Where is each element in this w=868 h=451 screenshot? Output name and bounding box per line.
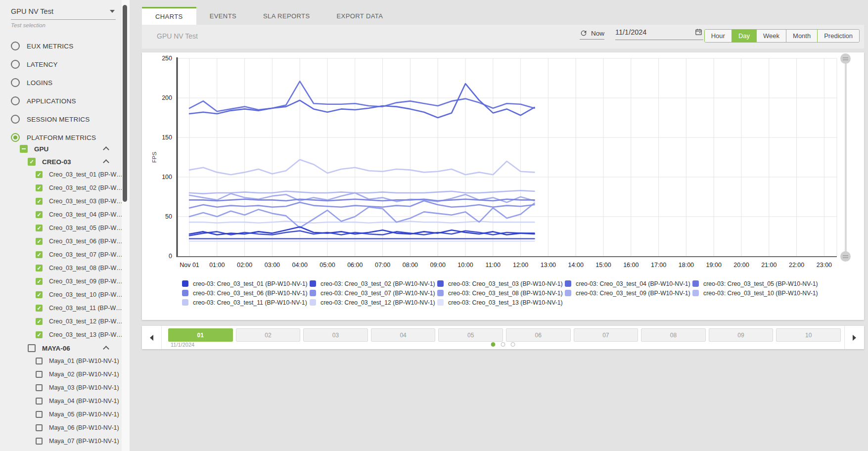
tree-node-creo-03[interactable]: ✓ CREO-03 (0, 157, 123, 167)
legend-item[interactable]: creo-03: Creo_03_test_10 (BP-W10-NV-1) (692, 290, 820, 297)
legend-item[interactable]: creo-03: Creo_03_test_09 (BP-W10-NV-1) (565, 290, 692, 297)
radio-icon[interactable] (11, 115, 20, 124)
checked-checkbox-icon[interactable]: ✓ (36, 184, 43, 191)
unchecked-checkbox-icon[interactable] (36, 424, 43, 431)
tree-item-maya-07[interactable]: Maya_07 (BP-W10-NV-1) (0, 436, 123, 446)
chevron-up-icon[interactable] (103, 346, 109, 352)
legend-item[interactable]: creo-03: Creo_03_test_04 (BP-W10-NV-1) (565, 280, 692, 287)
unchecked-checkbox-icon[interactable] (36, 384, 43, 391)
checked-checkbox-icon[interactable]: ✓ (36, 171, 43, 178)
pager-tile-08[interactable]: 08 (641, 328, 706, 342)
tree-item-creo-03-test-03[interactable]: ✓Creo_03_test_03 (BP-W10-NV-1) (0, 196, 123, 206)
unchecked-checkbox-icon[interactable] (36, 371, 43, 378)
pager-tile-05[interactable]: 05 (438, 328, 503, 342)
checked-checkbox-icon[interactable]: ✓ (36, 278, 43, 285)
checked-checkbox-icon[interactable]: ✓ (36, 305, 43, 312)
radio-icon[interactable] (11, 42, 20, 50)
legend-item[interactable]: creo-03: Creo_03_test_12 (BP-W10-NV-1) (310, 299, 437, 306)
radio-icon[interactable] (11, 78, 20, 87)
legend-item[interactable]: creo-03: Creo_03_test_03 (BP-W10-NV-1) (437, 280, 565, 287)
pager-tile-01[interactable]: 01 (168, 328, 233, 342)
radio-icon[interactable] (11, 96, 20, 105)
tree-item-creo-03-test-07[interactable]: ✓Creo_03_test_07 (BP-W10-NV-1) (0, 250, 123, 260)
legend-item[interactable]: creo-03: Creo_03_test_08 (BP-W10-NV-1) (437, 290, 565, 297)
tree-item-maya-05[interactable]: Maya_05 (BP-W10-NV-1) (0, 409, 123, 419)
legend-item[interactable]: creo-03: Creo_03_test_05 (BP-W10-NV-1) (692, 280, 820, 287)
pager-tile-04[interactable]: 04 (371, 328, 436, 342)
tree-item-creo-03-test-09[interactable]: ✓Creo_03_test_09 (BP-W10-NV-1) (0, 276, 123, 286)
date-picker[interactable]: 11/1/2024 (615, 28, 703, 40)
pager-tile-09[interactable]: 09 (709, 328, 774, 342)
tree-item-creo-03-test-04[interactable]: ✓Creo_03_test_04 (BP-W10-NV-1) (0, 210, 123, 220)
unchecked-checkbox-icon[interactable] (36, 398, 43, 405)
tab-export-data[interactable]: EXPORT DATA (323, 7, 397, 25)
checked-checkbox-icon[interactable]: ✓ (36, 238, 43, 245)
tab-charts[interactable]: CHARTS (142, 7, 196, 25)
test-selector[interactable]: GPU NV Test Test selection (11, 7, 116, 28)
indeterminate-checkbox-icon[interactable] (20, 145, 28, 153)
metric-group-applications[interactable]: APPLICATIONS (11, 96, 115, 106)
pager-tile-06[interactable]: 06 (506, 328, 571, 342)
unchecked-checkbox-icon[interactable] (36, 411, 43, 418)
pager-next-button[interactable] (844, 326, 864, 349)
range-button-week[interactable]: Week (757, 30, 786, 42)
now-button[interactable]: Now (580, 29, 604, 40)
pager-dot-1[interactable] (491, 342, 496, 347)
tree-item-creo-03-test-02[interactable]: ✓Creo_03_test_02 (BP-W10-NV-1) (0, 183, 123, 193)
range-button-prediction[interactable]: Prediction (818, 30, 859, 42)
tree-item-creo-03-test-13[interactable]: ✓Creo_03_test_13 (BP-W10-NV-1) (0, 330, 123, 340)
tree-item-creo-03-test-06[interactable]: ✓Creo_03_test_06 (BP-W10-NV-1) (0, 236, 123, 246)
checked-checkbox-icon[interactable]: ✓ (36, 211, 43, 218)
sidebar-scrollbar-thumb[interactable] (123, 5, 127, 202)
checked-checkbox-icon[interactable]: ✓ (36, 331, 43, 338)
test-selector-value-row[interactable]: GPU NV Test (11, 7, 116, 20)
pager-tile-07[interactable]: 07 (574, 328, 639, 342)
legend-item[interactable]: creo-03: Creo_03_test_06 (BP-W10-NV-1) (182, 290, 310, 297)
tree-item-maya-02[interactable]: Maya_02 (BP-W10-NV-1) (0, 369, 123, 379)
pager-tile-02[interactable]: 02 (236, 328, 301, 342)
range-button-month[interactable]: Month (786, 30, 818, 42)
pager-dot-3[interactable] (511, 342, 515, 347)
tree-node-maya-06[interactable]: MAYA-06 (0, 343, 123, 353)
unchecked-checkbox-icon[interactable] (36, 358, 43, 364)
unchecked-checkbox-icon[interactable] (28, 344, 36, 352)
checked-checkbox-icon[interactable]: ✓ (28, 158, 36, 166)
range-button-day[interactable]: Day (732, 30, 757, 42)
metric-group-session-metrics[interactable]: SESSION METRICS (11, 114, 115, 124)
radio-selected-icon[interactable] (11, 133, 20, 142)
tree-item-maya-01[interactable]: Maya_01 (BP-W10-NV-1) (0, 356, 123, 366)
checked-checkbox-icon[interactable]: ✓ (36, 291, 43, 298)
metric-group-eux-metrics[interactable]: EUX METRICS (11, 41, 115, 51)
unchecked-checkbox-icon[interactable] (36, 438, 43, 445)
chevron-up-icon[interactable] (103, 146, 109, 153)
slider-handle-top[interactable] (840, 53, 851, 64)
tree-item-maya-06[interactable]: Maya_06 (BP-W10-NV-1) (0, 423, 123, 433)
tree-item-creo-03-test-10[interactable]: ✓Creo_03_test_10 (BP-W10-NV-1) (0, 290, 123, 300)
tree-item-creo-03-test-11[interactable]: ✓Creo_03_test_11 (BP-W10-NV-1) (0, 303, 123, 313)
legend-item[interactable]: creo-03: Creo_03_test_02 (BP-W10-NV-1) (310, 280, 437, 287)
tree-item-maya-04[interactable]: Maya_04 (BP-W10-NV-1) (0, 396, 123, 406)
pager-prev-button[interactable] (142, 326, 162, 349)
tree-item-creo-03-test-12[interactable]: ✓Creo_03_test_12 (BP-W10-NV-1) (0, 316, 123, 326)
metric-group-platform-metrics[interactable]: PLATFORM METRICS (11, 133, 115, 142)
pager-tile-10[interactable]: 10 (776, 328, 841, 342)
tab-sla-reports[interactable]: SLA REPORTS (250, 7, 323, 25)
slider-handle-bottom[interactable] (840, 251, 851, 262)
checked-checkbox-icon[interactable]: ✓ (36, 225, 43, 231)
tree-item-creo-03-test-08[interactable]: ✓Creo_03_test_08 (BP-W10-NV-1) (0, 263, 123, 273)
pager-dot-2[interactable] (501, 342, 505, 347)
tree-item-creo-03-test-01[interactable]: ✓Creo_03_test_01 (BP-W10-NV-1) (0, 170, 123, 180)
pager-tile-03[interactable]: 03 (303, 328, 368, 342)
legend-item[interactable]: creo-03: Creo_03_test_01 (BP-W10-NV-1) (182, 280, 310, 287)
range-button-hour[interactable]: Hour (705, 30, 732, 42)
tree-item-maya-03[interactable]: Maya_03 (BP-W10-NV-1) (0, 383, 123, 393)
checked-checkbox-icon[interactable]: ✓ (36, 198, 43, 205)
legend-item[interactable]: creo-03: Creo_03_test_11 (BP-W10-NV-1) (182, 299, 310, 306)
tree-item-creo-03-test-05[interactable]: ✓Creo_03_test_05 (BP-W10-NV-1) (0, 223, 123, 233)
chevron-up-icon[interactable] (103, 159, 109, 166)
legend-item[interactable]: creo-03: Creo_03_test_07 (BP-W10-NV-1) (310, 290, 437, 297)
tree-node-gpu[interactable]: GPU (0, 144, 123, 154)
checked-checkbox-icon[interactable]: ✓ (36, 318, 43, 325)
radio-icon[interactable] (11, 60, 20, 69)
metric-group-logins[interactable]: LOGINS (11, 78, 115, 88)
